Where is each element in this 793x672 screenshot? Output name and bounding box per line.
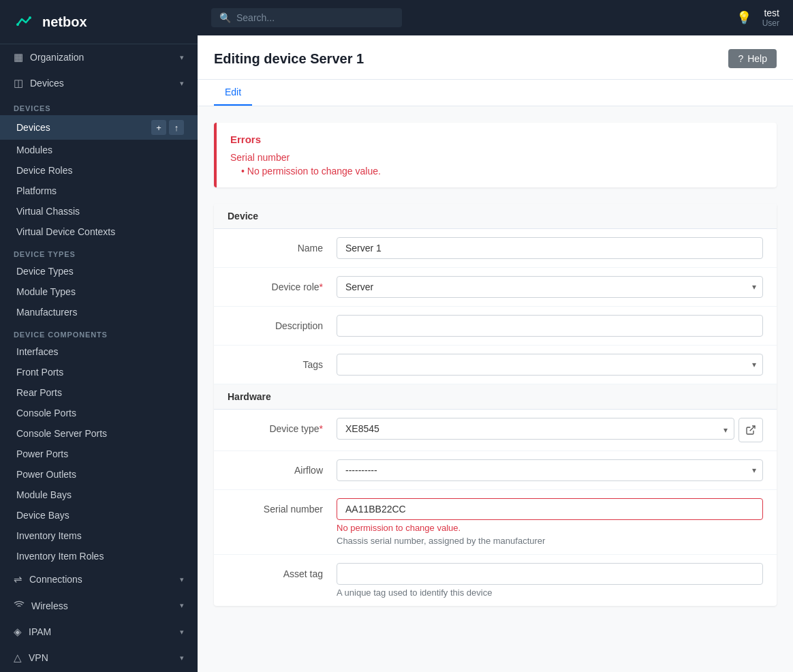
name-control	[337, 237, 763, 259]
description-input[interactable]	[337, 315, 763, 337]
sidebar-item-device-bays[interactable]: Device Bays	[0, 505, 198, 525]
sidebar-item-wireless[interactable]: Wireless ▾	[0, 592, 198, 619]
airflow-control: ---------- ▾	[337, 459, 763, 481]
connections-icon: ⇌	[14, 573, 22, 585]
chevron-down-icon: ▾	[180, 654, 184, 662]
sidebar-item-manufacturers[interactable]: Manufacturers	[0, 302, 198, 322]
serial-number-control: No permission to change value. Chassis s…	[337, 498, 763, 546]
tags-control: ▾	[337, 354, 763, 376]
ipam-icon: ◈	[14, 626, 22, 638]
page-header: Editing device Server 1 ? Help	[198, 35, 793, 80]
device-type-link-button[interactable]	[738, 418, 763, 442]
form-card: Device Name Device role*	[214, 204, 777, 606]
sidebar-item-vpn[interactable]: △ VPN ▾	[0, 645, 198, 671]
sidebar-item-inventory-item-roles[interactable]: Inventory Item Roles	[0, 546, 198, 566]
tab-edit[interactable]: Edit	[214, 80, 252, 106]
top-header: 🔍 💡 test User	[198, 0, 793, 35]
error-box: Errors Serial number No permission to ch…	[214, 123, 777, 187]
sidebar-item-ipam[interactable]: ◈ IPAM ▾	[0, 619, 198, 645]
error-title: Errors	[230, 134, 763, 145]
sidebar-item-console-server-ports[interactable]: Console Server Ports	[0, 423, 198, 444]
device-role-select[interactable]: Server	[337, 276, 763, 298]
required-marker: *	[320, 423, 323, 434]
asset-tag-hint: A unique tag used to identify this devic…	[337, 587, 763, 598]
theme-toggle-button[interactable]: 💡	[736, 10, 751, 25]
sidebar-item-device-roles[interactable]: Device Roles	[0, 160, 198, 181]
external-link-icon	[745, 425, 756, 436]
sidebar-item-devices-nav[interactable]: ◫ Devices ▾	[0, 70, 198, 96]
page-content: Editing device Server 1 ? Help Edit Erro…	[198, 35, 793, 672]
search-box[interactable]: 🔍	[211, 8, 402, 27]
sidebar-item-front-ports[interactable]: Front Ports	[0, 362, 198, 382]
airflow-select[interactable]: ----------	[337, 459, 763, 481]
vpn-icon: △	[14, 652, 22, 664]
add-device-button[interactable]: +	[151, 120, 166, 135]
search-icon: 🔍	[219, 12, 231, 23]
sidebar-item-device-types[interactable]: Device Types	[0, 261, 198, 281]
sidebar-item-virtual-chassis[interactable]: Virtual Chassis	[0, 201, 198, 222]
sidebar-item-module-bays[interactable]: Module Bays	[0, 485, 198, 505]
sidebar-item-modules[interactable]: Modules	[0, 140, 198, 160]
logo: netbox	[0, 0, 198, 44]
form-section-device: Device	[214, 204, 777, 229]
organization-label: Organization	[30, 52, 84, 63]
form-area: Errors Serial number No permission to ch…	[198, 106, 793, 622]
tabs-bar: Edit	[198, 80, 793, 106]
help-icon: ?	[738, 53, 743, 64]
chevron-down-icon: ▾	[180, 601, 184, 610]
device-type-wrap: XE8545 ▾	[337, 418, 763, 442]
serial-number-error: No permission to change value.	[337, 523, 763, 533]
import-device-button[interactable]: ↑	[169, 120, 184, 135]
search-input[interactable]	[236, 12, 394, 23]
asset-tag-input[interactable]	[337, 563, 763, 585]
chevron-down-icon: ▾	[180, 79, 184, 88]
user-menu[interactable]: test User	[762, 7, 779, 28]
sidebar-item-module-types[interactable]: Module Types	[0, 281, 198, 302]
header-right: 💡 test User	[736, 7, 779, 28]
devices-actions: + ↑	[151, 120, 184, 135]
device-role-label: Device role*	[228, 276, 337, 292]
serial-number-label: Serial number	[228, 498, 337, 515]
section-header-devices: DEVICES	[0, 96, 198, 115]
chevron-down-icon: ▾	[180, 628, 184, 637]
svg-line-3	[750, 426, 755, 431]
sidebar-item-interfaces[interactable]: Interfaces	[0, 341, 198, 362]
sidebar-item-platforms[interactable]: Platforms	[0, 181, 198, 201]
sidebar-item-virtual-device-contexts[interactable]: Virtual Device Contexts	[0, 222, 198, 242]
help-button[interactable]: ? Help	[728, 49, 777, 68]
description-control	[337, 315, 763, 337]
svg-point-1	[16, 23, 19, 26]
tags-select[interactable]	[337, 354, 763, 376]
device-type-label: Device type*	[228, 418, 337, 434]
form-row-asset-tag: Asset tag A unique tag used to identify …	[214, 555, 777, 606]
sidebar-item-organization[interactable]: ▦ Organization ▾	[0, 44, 198, 70]
main-content: 🔍 💡 test User Editing device Server 1 ? …	[198, 0, 793, 672]
chevron-down-icon: ▾	[180, 53, 184, 62]
asset-tag-label: Asset tag	[228, 563, 337, 579]
sidebar-item-rear-ports[interactable]: Rear Ports	[0, 382, 198, 403]
svg-point-2	[29, 16, 31, 19]
serial-number-hint: Chassis serial number, assigned by the m…	[337, 536, 763, 546]
name-input[interactable]	[337, 237, 763, 259]
required-marker: *	[320, 281, 323, 292]
sidebar-item-console-ports[interactable]: Console Ports	[0, 403, 198, 423]
user-name: test	[764, 7, 779, 18]
form-row-name: Name	[214, 229, 777, 268]
tags-label: Tags	[228, 354, 337, 370]
form-row-airflow: Airflow ---------- ▾	[214, 451, 777, 490]
serial-number-input[interactable]	[337, 498, 763, 520]
sidebar-item-connections[interactable]: ⇌ Connections ▾	[0, 566, 198, 592]
sidebar-item-power-outlets[interactable]: Power Outlets	[0, 464, 198, 485]
form-row-tags: Tags ▾	[214, 346, 777, 384]
device-type-control: XE8545 ▾	[337, 418, 763, 442]
sidebar-item-devices[interactable]: Devices + ↑	[0, 115, 198, 140]
chevron-down-icon: ▾	[180, 575, 184, 584]
form-section-hardware: Hardware	[214, 384, 777, 410]
device-role-select-wrap: Server ▾	[337, 276, 763, 298]
section-header-device-components: DEVICE COMPONENTS	[0, 322, 198, 341]
error-message: No permission to change value.	[230, 166, 763, 177]
sidebar-item-power-ports[interactable]: Power Ports	[0, 444, 198, 464]
sidebar-item-inventory-items[interactable]: Inventory Items	[0, 525, 198, 546]
device-type-select[interactable]: XE8545	[337, 418, 734, 440]
airflow-label: Airflow	[228, 459, 337, 476]
